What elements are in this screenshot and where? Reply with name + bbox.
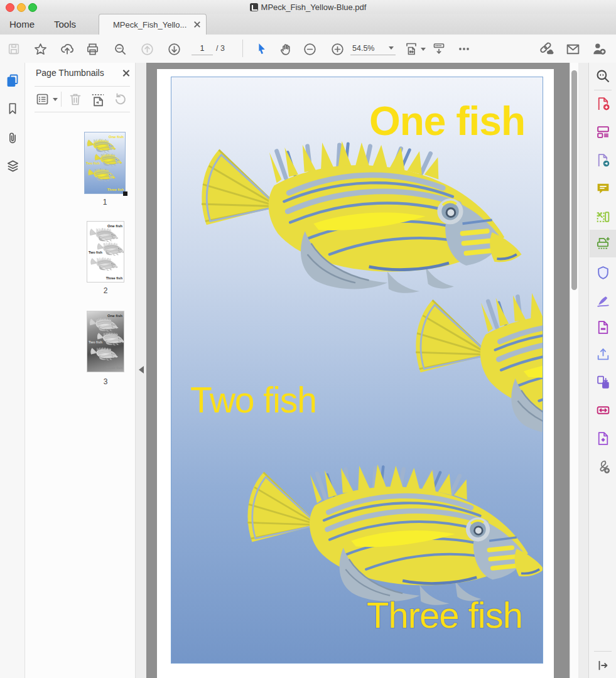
page-thumbnails-panel-button[interactable]	[5, 73, 20, 88]
page-thumbnail-2[interactable]: One fish Two fish Three fish	[87, 222, 124, 282]
printer-icon	[85, 42, 100, 56]
titlebar: MPeck_Fish_Yellow-Blue.pdf	[0, 0, 616, 14]
poster-text-two: Two fish	[190, 382, 316, 418]
print-button[interactable]	[84, 41, 100, 57]
panel-close-icon[interactable]	[122, 69, 130, 77]
optimize-pdf-tool[interactable]	[595, 430, 611, 446]
acrobat-window: MPeck_Fish_Yellow-Blue.pdf Home Tools MP…	[0, 0, 616, 678]
previous-page-button[interactable]	[139, 41, 155, 57]
find-button[interactable]	[112, 41, 128, 57]
rail-divider	[594, 90, 612, 90]
scan-print-icon	[595, 235, 611, 252]
bookmarks-panel-button[interactable]	[5, 101, 20, 116]
tab-tools[interactable]: Tools	[54, 14, 76, 35]
toolbar-divider	[242, 40, 243, 57]
ellipsis-icon	[457, 41, 472, 56]
page-fit-dropdown[interactable]	[402, 41, 427, 57]
panel-divider	[35, 112, 130, 112]
plus-circle-icon	[330, 42, 345, 56]
tab-close-icon[interactable]	[193, 21, 201, 28]
selection-handle[interactable]	[123, 191, 127, 196]
export-pdf-tool[interactable]	[595, 152, 611, 168]
organize-pages-icon	[595, 209, 611, 225]
star-button[interactable]	[32, 41, 48, 57]
delete-pages-button[interactable]	[68, 92, 83, 107]
protect-tool[interactable]	[595, 264, 611, 281]
insert-pages-button[interactable]	[90, 92, 106, 108]
prepare-form-tool[interactable]	[595, 402, 611, 418]
chevron-down-icon	[421, 48, 426, 51]
hide-toolbar-button[interactable]	[431, 41, 447, 57]
mini-fish	[85, 139, 117, 153]
attachments-panel-button[interactable]	[5, 131, 20, 146]
organize-pages-tool[interactable]	[595, 208, 611, 225]
hand-icon	[279, 42, 293, 56]
window-title: MPeck_Fish_Yellow-Blue.pdf	[261, 3, 367, 12]
tab-document[interactable]: MPeck_Fish_Yello...	[99, 14, 207, 35]
share-tray-icon	[595, 347, 611, 362]
save-button[interactable]	[6, 41, 22, 57]
open-tools-pane-button[interactable]	[595, 657, 611, 674]
zoom-in-button[interactable]	[329, 41, 345, 57]
arrow-down-circle-icon	[167, 42, 181, 56]
email-button[interactable]	[565, 41, 581, 57]
combine-files-tool[interactable]	[595, 124, 611, 140]
redact-tool[interactable]	[595, 319, 611, 335]
rotate-pages-button[interactable]	[113, 92, 128, 107]
panel-title: Page Thumbnails	[36, 68, 104, 78]
create-pdf-icon	[595, 96, 611, 112]
share-link-button[interactable]	[538, 41, 554, 57]
zoom-out-button[interactable]	[301, 41, 318, 57]
comment-tool[interactable]	[595, 180, 611, 196]
next-page-button[interactable]	[166, 41, 182, 57]
comment-icon	[595, 181, 611, 196]
toolbar-collapse-icon	[431, 41, 446, 56]
paperclip-icon	[6, 131, 19, 145]
page-thumbnail-1[interactable]: One fish Two fish Three fish	[85, 132, 125, 193]
trash-icon	[68, 92, 83, 107]
page-total-label: / 3	[216, 44, 225, 53]
page-number-input[interactable]	[192, 42, 213, 55]
open-pane-icon	[596, 659, 610, 672]
create-pdf-tool[interactable]	[595, 95, 611, 112]
minus-circle-icon	[303, 42, 317, 56]
more-tools-rail-button[interactable]	[595, 458, 611, 475]
select-tool-button[interactable]	[254, 41, 270, 57]
fit-width-icon	[404, 41, 419, 56]
fish-illustration-2	[399, 291, 543, 439]
zoom-level-dropdown[interactable]: 54.5%	[350, 41, 396, 55]
page-thumbnails-icon	[5, 73, 20, 88]
prepare-form-icon	[595, 402, 611, 418]
chevron-down-icon	[389, 46, 394, 50]
layers-panel-button[interactable]	[5, 158, 20, 173]
mini-label-three: Three fish	[106, 367, 122, 370]
mini-fish	[88, 228, 119, 242]
scrollbar-thumb[interactable]	[571, 70, 577, 290]
panel-divider	[35, 86, 130, 87]
bookmark-icon	[6, 102, 19, 116]
convert-pdf-tool[interactable]	[595, 374, 611, 390]
page-number-field[interactable]	[192, 42, 213, 55]
fill-sign-tool[interactable]	[595, 292, 611, 308]
content-area: Page Thumbnails	[0, 63, 616, 678]
redact-doc-icon	[595, 320, 611, 335]
panel-splitter[interactable]	[135, 63, 146, 678]
right-gutter	[578, 63, 588, 678]
thumbnail-3-number: 3	[93, 377, 118, 386]
hand-tool-button[interactable]	[278, 41, 294, 57]
fish-illustration-3	[231, 463, 543, 606]
collapse-panel-icon[interactable]	[139, 366, 144, 374]
thumbnail-options-button[interactable]	[35, 92, 58, 107]
scan-ocr-tool[interactable]	[595, 235, 611, 252]
share-document-button[interactable]	[59, 41, 75, 57]
sign-in-button[interactable]	[591, 41, 607, 57]
rail-divider	[594, 651, 612, 652]
tab-home[interactable]: Home	[9, 14, 35, 35]
vertical-scrollbar[interactable]	[570, 63, 578, 678]
page-thumbnail-3[interactable]: One fish Two fish Three fish	[87, 311, 124, 372]
tab-document-label: MPeck_Fish_Yello...	[113, 20, 191, 30]
mini-fish	[87, 168, 116, 181]
send-for-review-tool[interactable]	[595, 346, 611, 362]
more-tools-button[interactable]	[456, 41, 472, 57]
marquee-zoom-tool-button[interactable]	[595, 68, 611, 84]
